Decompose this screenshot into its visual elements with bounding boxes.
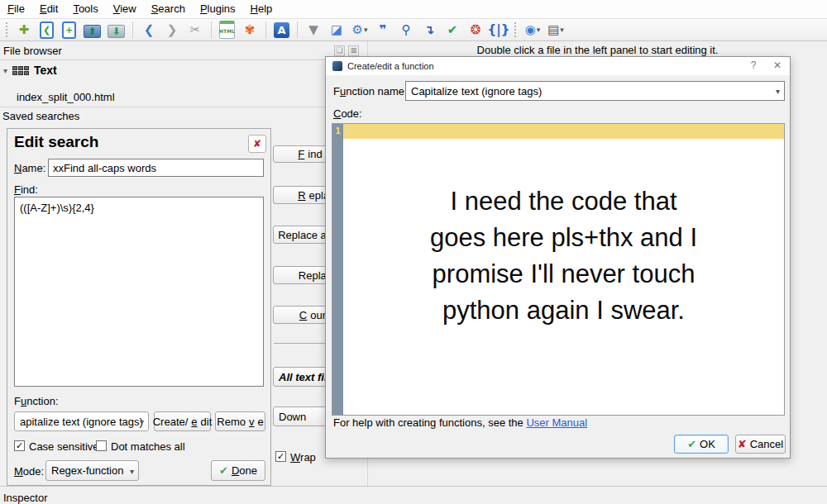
name-label: Name:: [14, 162, 45, 174]
new-file-icon[interactable]: ✚: [14, 20, 34, 40]
add-file-icon[interactable]: +: [62, 21, 76, 39]
create-edit-function-dialog: Create/edit a function ? ✕ Function name…: [325, 56, 791, 459]
dialog-help-line: For help with creating functions, see th…: [333, 416, 587, 429]
file-browser-header: File browser ❏ ⊠: [0, 41, 367, 60]
mode-select[interactable]: Regex-function: [45, 460, 139, 481]
dot-matches-checkbox[interactable]: [96, 440, 107, 451]
done-button[interactable]: ✔ Done: [211, 460, 265, 481]
toolbar-grip: [514, 21, 518, 38]
overlay-line-2: goes here pls+thx and I: [343, 220, 784, 256]
wrap-label: Wrap: [290, 451, 316, 464]
arrange-icon[interactable]: ↴: [419, 20, 439, 40]
quotes-icon[interactable]: ❞: [373, 20, 393, 40]
bug-icon[interactable]: ❂: [466, 20, 485, 40]
overlay-line-4: python again I swear.: [343, 292, 784, 329]
menu-help[interactable]: Help: [243, 0, 280, 18]
dialog-title: Create/edit a function: [347, 61, 434, 71]
donut-view-icon[interactable]: ◉▾: [523, 20, 543, 40]
translate-icon[interactable]: A: [274, 22, 289, 38]
dock-close-icon[interactable]: ⊠: [348, 45, 359, 56]
line-number-gutter: 1: [332, 124, 343, 415]
toolbar: ✚❮+⬆⬇❮❯✂HTML✾A▼◪⚙▾❞⚲↴✔❂{|}◉▾▤▾: [0, 18, 827, 41]
dialog-help-icon[interactable]: ?: [746, 59, 761, 71]
wrench-icon[interactable]: ⚙▾: [350, 20, 370, 40]
user-manual-link[interactable]: User Manual: [526, 416, 587, 429]
ok-label: OK: [700, 438, 715, 450]
toolbar-separator: [265, 21, 266, 38]
preview-icon[interactable]: ▤▾: [546, 20, 566, 40]
cancel-button[interactable]: ✘ Cancel: [735, 435, 786, 454]
toolbar-separator: [132, 21, 133, 38]
ok-button[interactable]: ✔ OK: [674, 435, 729, 454]
dropdown-caret-icon: ▾: [364, 26, 368, 34]
done-label: Done: [232, 464, 257, 477]
function-label: Function:: [14, 395, 59, 407]
check-icon: ✔: [687, 438, 696, 450]
cut-icon[interactable]: ✂: [185, 20, 205, 40]
chevron-down-icon[interactable]: ▾: [3, 66, 7, 75]
function-name-combobox[interactable]: Capitalize text (ignore tags): [405, 81, 785, 101]
create-edit-button[interactable]: Create/edit: [154, 411, 211, 431]
dropdown-caret-icon: ▾: [560, 26, 564, 34]
file-browser-title: File browser: [3, 45, 62, 57]
overlay-line-3: promise I'll never touch: [343, 256, 784, 292]
tweak-icon[interactable]: ✾: [240, 20, 260, 40]
x-icon: ✘: [738, 438, 747, 450]
search-files-icon[interactable]: ⚲: [396, 20, 416, 40]
dialog-close-icon[interactable]: ✕: [770, 59, 785, 71]
toolbar-separator: [211, 21, 212, 38]
code-editor[interactable]: 1 I need the code that goes here pls+thx…: [332, 123, 785, 416]
spellcheck-icon[interactable]: ✔: [442, 20, 462, 40]
function-select[interactable]: apitalize text (ignore tags): [14, 411, 149, 431]
code-overlay-text: I need the code that goes here pls+thx a…: [343, 183, 784, 329]
menu-plugins[interactable]: Plugins: [193, 0, 243, 18]
edit-search-title: Edit search: [14, 133, 98, 151]
cancel-label: Cancel: [750, 438, 783, 450]
editor-placeholder: Double click a file in the left panel to…: [368, 41, 827, 58]
menu-view[interactable]: View: [106, 0, 144, 18]
find-label: Find:: [14, 183, 38, 196]
check-icon: ✔: [219, 464, 228, 477]
menu-file[interactable]: File: [0, 0, 32, 18]
dialog-titlebar[interactable]: Create/edit a function ? ✕: [326, 57, 790, 75]
remove-button[interactable]: Remove: [215, 411, 265, 431]
case-sensitive-label: Case sensitive: [29, 440, 99, 453]
calibre-icon: [332, 61, 342, 71]
folder-grid-icon: [12, 66, 29, 75]
tree-root-label: Text: [34, 64, 57, 77]
edit-search-panel: Edit search ✘ Name: xxFind all-caps word…: [7, 128, 271, 486]
open-book-icon[interactable]: ⬆: [84, 25, 101, 38]
open-prev-doc-icon[interactable]: ❮: [40, 21, 54, 39]
find-textarea[interactable]: (([A-Z]+)\s){2,4}: [14, 197, 264, 387]
menubar: FileEditToolsViewSearchPluginsHelp: [0, 0, 827, 18]
dot-matches-label: Dot matches all: [111, 440, 185, 453]
saved-searches-header: Saved searches: [0, 107, 367, 123]
overlay-line-1: I need the code that: [343, 183, 784, 220]
mode-label: Mode:: [14, 465, 44, 478]
filter-icon[interactable]: ▼: [304, 20, 323, 40]
inspector-header: Inspector: [0, 486, 827, 504]
save-icon[interactable]: ⬇: [108, 25, 125, 38]
current-line-highlight: [343, 124, 784, 139]
menu-tools[interactable]: Tools: [65, 0, 105, 18]
dock-float-icon[interactable]: ❏: [334, 45, 345, 56]
html-file-icon[interactable]: HTML: [219, 21, 235, 39]
dock-buttons: ❏ ⊠: [334, 45, 359, 56]
tree-item-file[interactable]: index_split_000.html: [17, 91, 115, 103]
eraser-icon[interactable]: ◪: [327, 20, 347, 40]
function-name-label: Function name:: [333, 85, 408, 97]
dropdown-caret-icon: ▾: [537, 26, 541, 34]
menu-edit[interactable]: Edit: [32, 0, 65, 18]
wrap-checkbox[interactable]: [275, 451, 286, 462]
toolbar-separator: [297, 21, 298, 38]
help-text: For help with creating functions, see th…: [333, 416, 526, 429]
undo-icon[interactable]: ❮: [139, 20, 159, 40]
braces-icon[interactable]: {|}: [489, 20, 509, 40]
case-sensitive-checkbox[interactable]: [14, 440, 25, 451]
close-search-button[interactable]: ✘: [248, 135, 266, 153]
menu-search[interactable]: Search: [144, 0, 193, 18]
redo-icon[interactable]: ❯: [162, 20, 182, 40]
line-number: 1: [332, 126, 343, 136]
tree-item-text[interactable]: ▾ Text: [3, 64, 57, 77]
name-input[interactable]: xxFind all-caps words: [48, 159, 264, 177]
